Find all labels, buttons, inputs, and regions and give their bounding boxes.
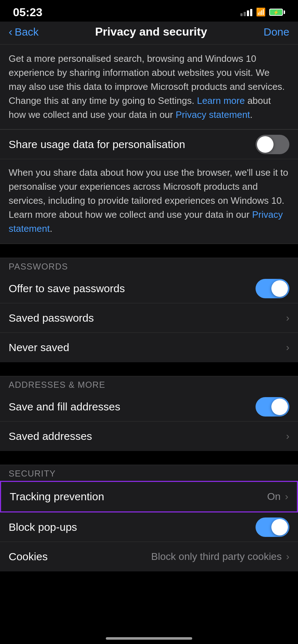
chevron-right-icon: ›	[286, 312, 289, 324]
never-saved-right: ›	[286, 342, 289, 353]
tracking-prevention-highlight: Tracking prevention On ›	[0, 481, 298, 512]
cookies-label: Cookies	[9, 551, 48, 563]
block-popups-row[interactable]: Block pop-ups	[0, 512, 298, 542]
status-bar: 05:23 📶 ⚡	[0, 0, 298, 22]
never-saved-row[interactable]: Never saved ›	[0, 333, 298, 362]
tracking-prevention-right: On ›	[267, 491, 288, 502]
home-indicator	[106, 637, 192, 640]
save-fill-addresses-toggle[interactable]	[256, 397, 289, 417]
security-section-label: SECURITY	[0, 465, 298, 481]
share-usage-section: Share usage data for personalisation Whe…	[0, 129, 298, 244]
privacy-statement-link-2[interactable]: Privacy statement	[9, 209, 283, 234]
info-section: Get a more personalised search, browsing…	[0, 44, 298, 129]
status-time: 05:23	[13, 6, 42, 19]
saved-addresses-row[interactable]: Saved addresses ›	[0, 422, 298, 451]
block-popups-toggle[interactable]	[256, 518, 289, 537]
signal-icon	[240, 8, 252, 16]
saved-addresses-right: ›	[286, 431, 289, 442]
cookies-right: Block only third party cookies ›	[151, 551, 289, 562]
tracking-prevention-label: Tracking prevention	[10, 491, 104, 503]
chevron-right-icon: ›	[286, 551, 289, 562]
info-text: Get a more personalised search, browsing…	[9, 52, 289, 122]
share-usage-toggle[interactable]	[256, 135, 289, 154]
offer-save-passwords-row[interactable]: Offer to save passwords	[0, 274, 298, 303]
page-title: Privacy and security	[95, 25, 207, 38]
gap-2	[0, 362, 298, 376]
save-fill-addresses-row[interactable]: Save and fill addresses	[0, 392, 298, 422]
passwords-section: PASSWORDS Offer to save passwords Saved …	[0, 258, 298, 362]
share-usage-description: When you share data about how you use th…	[0, 159, 298, 244]
save-fill-addresses-label: Save and fill addresses	[9, 401, 120, 413]
offer-save-passwords-label: Offer to save passwords	[9, 282, 125, 295]
toggle-knob	[271, 399, 288, 415]
gap-1	[0, 244, 298, 258]
wifi-icon: 📶	[256, 8, 266, 17]
saved-passwords-right: ›	[286, 312, 289, 324]
saved-passwords-label: Saved passwords	[9, 312, 94, 324]
addresses-section-label: ADDRESSES & MORE	[0, 376, 298, 392]
never-saved-label: Never saved	[9, 341, 69, 354]
chevron-right-icon: ›	[286, 342, 289, 353]
share-usage-row[interactable]: Share usage data for personalisation	[0, 130, 298, 159]
block-popups-label: Block pop-ups	[9, 521, 77, 533]
back-label: Back	[15, 26, 39, 38]
back-button[interactable]: ‹ Back	[9, 25, 39, 38]
content: Get a more personalised search, browsing…	[0, 44, 298, 571]
toggle-knob	[271, 519, 288, 535]
toggle-knob	[271, 280, 288, 297]
toggle-knob	[257, 136, 274, 153]
gap-3	[0, 451, 298, 465]
privacy-statement-link-1[interactable]: Privacy statement	[176, 109, 250, 120]
back-chevron-icon: ‹	[9, 25, 13, 38]
addresses-section: ADDRESSES & MORE Save and fill addresses…	[0, 376, 298, 451]
chevron-right-icon: ›	[285, 491, 288, 502]
battery-icon: ⚡	[269, 9, 285, 16]
tracking-prevention-value: On	[267, 491, 280, 502]
share-usage-label: Share usage data for personalisation	[9, 138, 185, 151]
tracking-prevention-row[interactable]: Tracking prevention On ›	[1, 482, 297, 511]
nav-bar: ‹ Back Privacy and security Done	[0, 22, 298, 44]
status-icons: 📶 ⚡	[240, 8, 285, 17]
security-section: SECURITY Tracking prevention On › Block …	[0, 465, 298, 571]
share-info-text: When you share data about how you use th…	[9, 166, 289, 236]
cookies-row[interactable]: Cookies Block only third party cookies ›	[0, 542, 298, 571]
saved-passwords-row[interactable]: Saved passwords ›	[0, 303, 298, 333]
learn-more-link[interactable]: Learn more	[197, 95, 245, 106]
passwords-section-label: PASSWORDS	[0, 258, 298, 274]
offer-save-passwords-toggle[interactable]	[256, 279, 289, 298]
chevron-right-icon: ›	[286, 431, 289, 442]
cookies-value: Block only third party cookies	[151, 551, 282, 562]
done-button[interactable]: Done	[263, 26, 289, 38]
saved-addresses-label: Saved addresses	[9, 430, 92, 442]
